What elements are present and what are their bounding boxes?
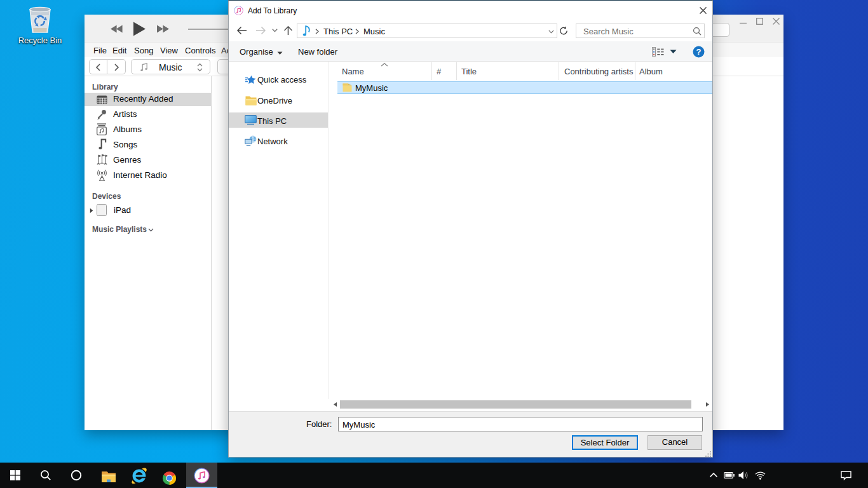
svg-text:?: ? [696, 47, 702, 57]
